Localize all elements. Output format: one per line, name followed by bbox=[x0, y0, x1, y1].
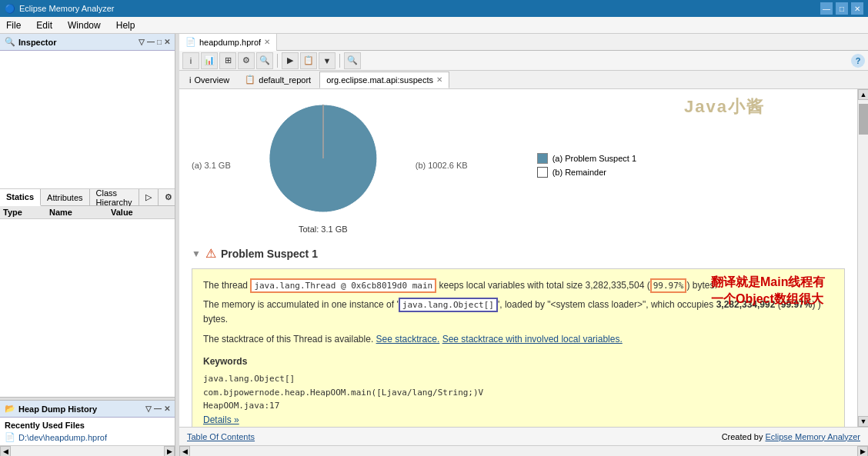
toolbar-btn-info[interactable]: i bbox=[182, 52, 199, 69]
thread-highlight[interactable]: java.lang.Thread @ 0x6cb8019d0 main bbox=[250, 278, 436, 293]
heap-tab-label: heapdump.hprof bbox=[199, 38, 261, 47]
title-bar-controls: — □ ✕ bbox=[820, 2, 863, 15]
scroll-track bbox=[858, 100, 868, 416]
sub-tab-suspects[interactable]: org.eclipse.mat.api:suspects ✕ bbox=[319, 72, 449, 88]
inspector-close-btn[interactable]: ✕ bbox=[164, 38, 170, 46]
col-value: Value bbox=[111, 208, 172, 217]
tab-class-hierarchy[interactable]: Class Hierarchy bbox=[90, 189, 139, 206]
minimize-button[interactable]: — bbox=[820, 2, 833, 15]
body1-end: bytes. bbox=[693, 280, 717, 291]
link-stacktrace[interactable]: See stacktrace. bbox=[376, 334, 440, 344]
credit-link[interactable]: Eclipse Memory Analyzer bbox=[766, 432, 861, 441]
scroll-thumb[interactable] bbox=[859, 104, 868, 135]
dump-file-path[interactable]: D:\dev\heapdump.hprof bbox=[18, 433, 107, 442]
heap-tab-icon: 📄 bbox=[185, 37, 196, 47]
dump-close-btn[interactable]: ✕ bbox=[164, 404, 170, 413]
toc-link[interactable]: Table Of Contents bbox=[187, 432, 255, 441]
heap-tab-close[interactable]: ✕ bbox=[264, 38, 270, 46]
pie-right-label-text: (b) 1002.6 KB bbox=[416, 161, 468, 170]
scroll-left-main[interactable]: ◀ bbox=[179, 446, 190, 457]
inspector-minimize-btn[interactable]: — bbox=[147, 38, 155, 46]
inspector-maximize-btn[interactable]: □ bbox=[157, 38, 162, 46]
bottom-scrollbar: ◀ ▶ bbox=[179, 445, 868, 456]
collapse-icon[interactable]: ▼ bbox=[192, 248, 201, 259]
percent-highlight: 99.97% bbox=[650, 278, 687, 293]
overview-label: Overview bbox=[194, 75, 229, 85]
sub-tab-overview[interactable]: i Overview bbox=[182, 72, 236, 88]
pie-chart-svg bbox=[246, 97, 400, 220]
col-name: Name bbox=[49, 208, 111, 217]
overview-icon: i bbox=[189, 75, 191, 85]
problem-suspect-section: ▼ ⚠ Problem Suspect 1 The thread java.la… bbox=[192, 246, 845, 427]
body1-pre: The thread bbox=[203, 280, 250, 291]
size-text: 3,282,335,504 bbox=[586, 280, 645, 291]
title-bar-left: 🔵 Eclipse Memory Analyzer bbox=[5, 4, 115, 14]
dump-minimize-btn[interactable]: — bbox=[154, 404, 162, 413]
toolbar-btn-run[interactable]: ▶ bbox=[282, 52, 299, 69]
main-toolbar: i 📊 ⊞ ⚙ 🔍 ▶ 📋 ▼ 🔍 ? bbox=[179, 51, 868, 71]
dump-file-item[interactable]: 📄 D:\dev\heapdump.hprof bbox=[5, 432, 170, 442]
toolbar-btn-chart[interactable]: 📊 bbox=[201, 52, 218, 69]
inspector-title-group: 🔍 Inspector bbox=[5, 37, 57, 47]
dump-controls: ▽ — ✕ bbox=[145, 404, 170, 413]
tab-more[interactable]: ▷ bbox=[139, 189, 159, 206]
heap-tab-active[interactable]: 📄 heapdump.hprof ✕ bbox=[179, 34, 277, 51]
details-link[interactable]: Details » bbox=[203, 414, 239, 425]
toolbar-btn-table[interactable]: ⊞ bbox=[219, 52, 236, 69]
suspects-label: org.eclipse.mat.api:suspects bbox=[326, 75, 433, 85]
scroll-down-btn[interactable]: ▼ bbox=[858, 416, 868, 427]
suspects-close[interactable]: ✕ bbox=[436, 75, 442, 84]
dump-menu-icon[interactable]: ▽ bbox=[145, 404, 152, 413]
problem-title: Problem Suspect 1 bbox=[221, 248, 318, 260]
heap-tab-bar: 📄 heapdump.hprof ✕ bbox=[179, 34, 868, 51]
sub-tab-default-report[interactable]: 📋 default_report bbox=[238, 72, 318, 88]
pie-section: (a) 3.1 GB Total: 3.1 GB (b) 1002.6 KB bbox=[192, 97, 845, 234]
dump-content: Recently Used Files 📄 D:\dev\heapdump.hp… bbox=[0, 418, 175, 445]
menu-file[interactable]: File bbox=[3, 18, 24, 32]
system-loader: "<system class loader>" bbox=[547, 299, 646, 310]
inspector-table: Type Name Value bbox=[0, 206, 175, 397]
scroll-up-btn[interactable]: ▲ bbox=[858, 89, 868, 100]
menu-window[interactable]: Window bbox=[65, 18, 104, 32]
title-bar: 🔵 Eclipse Memory Analyzer — □ ✕ bbox=[0, 0, 868, 17]
scroll-right-main[interactable]: ▶ bbox=[857, 446, 868, 457]
menu-help[interactable]: Help bbox=[113, 18, 139, 32]
dump-history-header: 📂 Heap Dump History ▽ — ✕ bbox=[0, 401, 175, 418]
toolbar-btn-dropdown[interactable]: ▼ bbox=[319, 52, 336, 69]
toolbar-btn-filter[interactable]: 🔍 bbox=[256, 52, 273, 69]
link-stacktrace-involved[interactable]: See stacktrace with involved local varia… bbox=[442, 334, 623, 344]
object-highlight[interactable]: java.lang.Object[] bbox=[399, 298, 498, 312]
problem-header: ▼ ⚠ Problem Suspect 1 bbox=[192, 246, 845, 261]
tab-statics[interactable]: Statics bbox=[0, 189, 41, 206]
help-button[interactable]: ? bbox=[851, 54, 865, 68]
body2-pre: The memory is accumulated in one instanc… bbox=[203, 299, 396, 310]
toolbar-sep2 bbox=[339, 54, 340, 68]
maximize-button[interactable]: □ bbox=[836, 2, 848, 15]
table-header: Type Name Value bbox=[0, 206, 175, 219]
tab-attributes[interactable]: Attributes bbox=[41, 189, 89, 206]
suspect-warning-icon: ⚠ bbox=[205, 246, 216, 261]
keywords-section: Keywords java.lang.Object[] com.bjpowern… bbox=[203, 354, 833, 427]
scroll-right-btn[interactable]: ▶ bbox=[164, 446, 175, 457]
credit-text: Created by bbox=[722, 432, 763, 441]
scroll-h-track bbox=[11, 446, 164, 457]
toolbar-btn-search[interactable]: 🔍 bbox=[344, 52, 361, 69]
inspector-menu-icon[interactable]: ▽ bbox=[139, 38, 145, 46]
inspector-header: 🔍 Inspector ▽ — □ ✕ bbox=[0, 34, 175, 51]
inspector-title: Inspector bbox=[18, 38, 57, 47]
inspector-tabs: Statics Attributes Class Hierarchy ▷ ⚙ bbox=[0, 189, 175, 206]
menu-bar: File Edit Window Help bbox=[0, 17, 868, 34]
dump-title-group: 📂 Heap Dump History bbox=[5, 404, 97, 414]
scroll-left-btn[interactable]: ◀ bbox=[0, 446, 11, 457]
pie-chart-container: Total: 3.1 GB bbox=[246, 97, 400, 234]
recently-used-label: Recently Used Files bbox=[5, 421, 170, 430]
body2-size: 3,282,334,992 bbox=[716, 299, 776, 310]
legend-color-2 bbox=[537, 167, 548, 178]
toolbar-btn-export[interactable]: 📋 bbox=[300, 52, 317, 69]
close-button[interactable]: ✕ bbox=[851, 2, 863, 15]
menu-edit[interactable]: Edit bbox=[33, 18, 55, 32]
legend-label-2: (b) Remainder bbox=[553, 168, 606, 177]
inspector-icon: 🔍 bbox=[5, 37, 15, 47]
toolbar-btn-settings[interactable]: ⚙ bbox=[238, 52, 255, 69]
stacktrace-text: The stacktrace of this Thread is availab… bbox=[203, 334, 373, 344]
